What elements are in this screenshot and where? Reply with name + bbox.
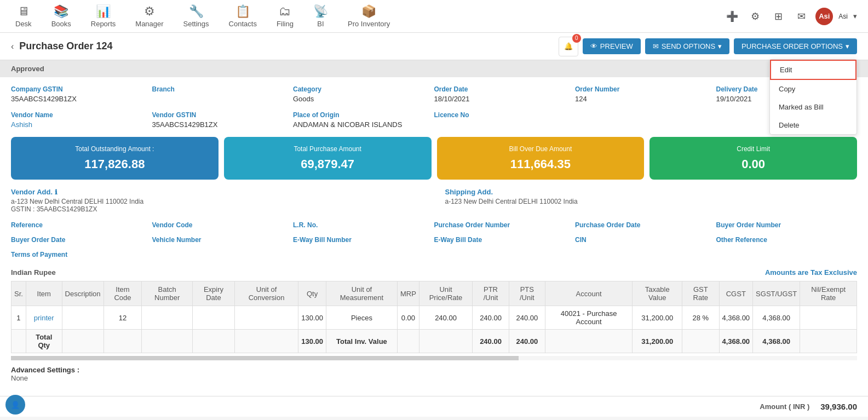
summary-cards: Total Outstanding Amount : 117,826.88 To… (11, 137, 857, 180)
credit-limit-amount: 0.00 (658, 157, 849, 171)
buyer-order-number-field: Buyer Order Number (716, 221, 858, 231)
nav-filing[interactable]: 🗂 Filing (267, 0, 303, 33)
total-purchase-card: Total Purchase Amount 69,879.47 (224, 137, 432, 180)
total-pts: 240.00 (509, 330, 545, 353)
row-sr: 1 (12, 306, 26, 330)
row-uom: Pieces (326, 306, 397, 330)
total-inv-label: Total Inv. Value (326, 330, 397, 353)
po-number-label: Purchase Order Number (434, 221, 576, 229)
email-button[interactable]: ✉ (792, 8, 810, 25)
add-button[interactable]: ➕ (723, 8, 741, 25)
bill-overdue-title: Bill Over Due Amount (445, 145, 636, 153)
credit-limit-title: Credit Limit (658, 145, 849, 153)
nav-books-label: Books (51, 20, 71, 28)
po-number-field: Purchase Order Number (434, 221, 576, 231)
vendor-name-value[interactable]: Ashish (11, 120, 152, 129)
bell-icon: 🔔 (564, 42, 573, 50)
terms-of-payment-label: Terms of Payment (11, 251, 857, 258)
po-dropdown-menu: Edit Copy Marked as Bill Delete (769, 59, 857, 135)
grid-button[interactable]: ⊞ (769, 8, 787, 25)
licence-no-label: Licence No (434, 111, 576, 119)
shipping-add-link[interactable]: Shipping Add. (445, 188, 858, 196)
other-reference-label: Other Reference (716, 236, 858, 244)
buyer-order-number-label: Buyer Order Number (716, 221, 858, 229)
total-ptr: 240.00 (473, 330, 509, 353)
item-link[interactable]: printer (34, 314, 54, 322)
row-sgst: 4,368.00 (753, 306, 800, 330)
nav-contacts[interactable]: 📋 Contacts (219, 0, 267, 33)
row-qty: 130.00 (298, 306, 326, 330)
preview-button[interactable]: 👁 PREVIEW (583, 38, 641, 54)
po-date-label: Purchase Order Date (575, 221, 716, 229)
nav-manager[interactable]: ⚙ Manager (125, 0, 173, 33)
total-qty: 130.00 (298, 330, 326, 353)
ref-fields-row-2: Buyer Order Date Vehicle Number E-Way Bi… (11, 236, 857, 245)
row-item-code: 12 (104, 306, 142, 330)
col-mrp: MRP (397, 281, 419, 306)
po-date-field: Purchase Order Date (575, 221, 716, 231)
preview-icon: 👁 (590, 42, 597, 50)
order-number-field: Order Number 124 (575, 85, 716, 103)
vehicle-number-field: Vehicle Number (152, 236, 294, 245)
horizontal-scrollbar[interactable] (11, 356, 857, 360)
settings-gear-button[interactable]: ⚙ (746, 8, 764, 25)
col-expiry-date: Expiry Date (192, 281, 234, 306)
nav-reports-label: Reports (91, 20, 116, 28)
send-options-button[interactable]: ✉ SEND OPTIONS ▾ (645, 38, 729, 54)
col-description: Description (62, 281, 104, 306)
nav-desk-label: Desk (15, 20, 32, 28)
eway-bill-date-field: E-Way Bill Date (434, 236, 576, 245)
advanced-settings-label: Advanced Settings : (11, 366, 79, 374)
user-name-label: Asi (838, 13, 848, 20)
terms-of-payment-field: Terms of Payment (11, 251, 857, 260)
reference-label: Reference (11, 221, 152, 229)
user-avatar[interactable]: Asi (815, 8, 833, 25)
col-nil-exempt: Nil/Exempt Rate (800, 281, 857, 306)
cin-field: CIN (575, 236, 716, 245)
nav-desk[interactable]: 🖥 Desk (5, 0, 42, 33)
credit-limit-card: Credit Limit 0.00 (649, 137, 857, 180)
top-navigation: 🖥 Desk 📚 Books 📊 Reports ⚙ Manager 🔧 Set… (0, 0, 868, 33)
ref-fields-row-1: Reference Vendor Code L.R. No. Purchase … (11, 221, 857, 231)
notification-bell-button[interactable]: 🔔 0 (559, 37, 578, 56)
buyer-order-date-field: Buyer Order Date (11, 236, 152, 245)
bottom-help-button[interactable]: 👤 (5, 395, 25, 415)
bill-overdue-amount: 111,664.35 (445, 157, 636, 171)
vendor-gstin-label: Vendor GSTIN (152, 111, 294, 119)
order-date-value: 18/10/2021 (434, 95, 576, 103)
po-options-label: PURCHASE ORDER OPTIONS (741, 42, 843, 50)
dropdown-marked-as-bill[interactable]: Marked as Bill (770, 98, 856, 116)
vendor-add-link[interactable]: Vendor Add. ℹ (11, 188, 423, 196)
lr-no-label: L.R. No. (293, 221, 434, 229)
col-pts: PTS /Unit (509, 281, 545, 306)
dropdown-edit[interactable]: Edit (770, 60, 856, 80)
tax-exclusive-text: Amounts are Tax Exclusive (765, 268, 857, 277)
po-options-button[interactable]: PURCHASE ORDER OPTIONS ▾ (734, 38, 857, 54)
col-item-code: Item Code (104, 281, 142, 306)
dropdown-copy[interactable]: Copy (770, 80, 856, 98)
nav-books[interactable]: 📚 Books (42, 0, 81, 33)
settings-icon: 🔧 (189, 4, 204, 19)
col-taxable-value: Taxable Value (633, 281, 682, 306)
vendor-gstin-value: 35AABCS1429B1ZX (152, 120, 294, 129)
nav-settings[interactable]: 🔧 Settings (174, 0, 219, 33)
advanced-settings-value: None (11, 374, 28, 382)
total-sgst: 4,368.00 (753, 330, 800, 353)
reference-field: Reference (11, 221, 152, 231)
dropdown-delete[interactable]: Delete (770, 116, 856, 134)
info-icon: ℹ (55, 188, 58, 196)
table-total-row: Total Qty 130.00 Total Inv. Value 240.00… (12, 330, 857, 353)
row-mrp: 0.00 (397, 306, 419, 330)
total-empty-expiry (192, 330, 234, 353)
eway-bill-date-label: E-Way Bill Date (434, 236, 576, 244)
addresses-section: Vendor Add. ℹ a-123 New Delhi Central DE… (11, 188, 857, 213)
nav-bi[interactable]: 📡 BI (303, 0, 338, 33)
status-label: Approved (11, 65, 44, 73)
back-button[interactable]: ‹ (11, 42, 14, 51)
page-header-left: ‹ Purchase Order 124 (11, 41, 112, 52)
nav-reports[interactable]: 📊 Reports (81, 0, 126, 33)
total-empty-code (104, 330, 142, 353)
nav-pro-inventory[interactable]: 📦 Pro Inventory (338, 0, 400, 33)
licence-no-field: Licence No (434, 111, 576, 129)
books-icon: 📚 (54, 4, 68, 19)
